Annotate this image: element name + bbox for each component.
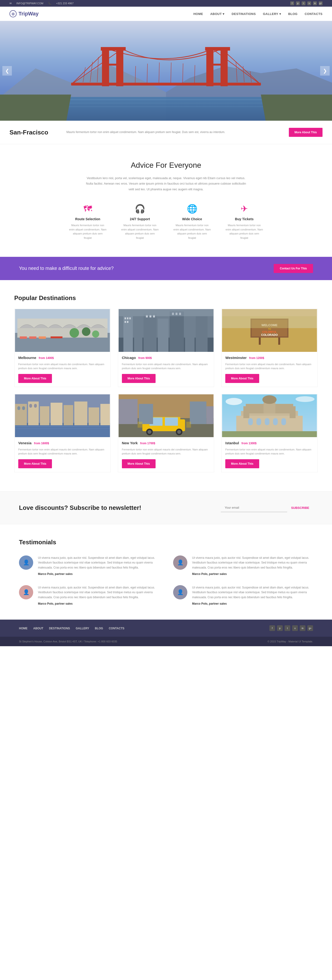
- feature-choice-desc: Mauris fermentum tortor non enim aliquet…: [173, 223, 211, 240]
- footer-linkedin-icon[interactable]: in: [300, 625, 305, 631]
- nav-contacts[interactable]: CONTACTS: [305, 12, 323, 16]
- dest-melbourne-price: from 1400$: [39, 356, 54, 360]
- testimonial-text-4: Ut viverra maura justo, quis auctor nisl…: [192, 585, 313, 600]
- hero-more-button[interactable]: More About This: [289, 128, 323, 137]
- top-email: INFO@TRIPWAY.COM: [16, 2, 43, 5]
- svg-rect-40: [39, 336, 46, 339]
- nav-about[interactable]: ABOUT ▾: [210, 12, 224, 16]
- testimonial-author-1: Marco Polo, partner sales: [38, 572, 159, 576]
- advice-section: Advice For Everyone Vestibulum lero nisl…: [0, 144, 332, 257]
- svg-rect-10: [206, 49, 213, 86]
- dest-istanbul-price: from 1300$: [242, 442, 256, 445]
- svg-rect-54: [125, 317, 126, 319]
- hero-bridge-container: [0, 21, 332, 121]
- phone-icon: 📞: [48, 2, 51, 5]
- dest-istanbul-button[interactable]: More About This: [225, 459, 259, 468]
- svg-rect-120: [290, 406, 296, 418]
- svg-rect-78: [222, 309, 317, 316]
- nav-links: HOME ABOUT ▾ DESTINATIONS GALLERY ▾ BLOG…: [193, 12, 323, 16]
- footer-vimeo-icon[interactable]: v: [292, 625, 298, 631]
- footer-gplus-icon[interactable]: g+: [307, 625, 313, 631]
- feature-route-desc: Mauris fermentum tortor non enim aliquet…: [69, 223, 107, 240]
- svg-point-104: [147, 430, 151, 434]
- dest-chicago-desc: Fermentum tortor non enim aliquet mauris…: [122, 362, 210, 371]
- hero-prev-button[interactable]: ❮: [2, 66, 12, 76]
- pinterest-icon[interactable]: p: [296, 2, 300, 5]
- dest-westminster-desc: Fermentum tortor non enim aliquet mauris…: [225, 362, 314, 371]
- svg-rect-7: [71, 83, 261, 86]
- hero-next-button[interactable]: ❯: [320, 66, 330, 76]
- footer-nav-destinations[interactable]: DESTINATIONS: [49, 627, 70, 630]
- svg-rect-110: [206, 406, 213, 424]
- svg-rect-39: [29, 336, 36, 339]
- footer-bottom: St Stephen's House, Colston Ave, Bristol…: [0, 637, 332, 646]
- dest-venesia-price: from 1600$: [34, 442, 49, 445]
- newsletter-subscribe-button[interactable]: Subscribe: [287, 504, 313, 512]
- choice-icon: 🌐: [173, 204, 211, 214]
- testimonial-author-4: Marco Polo, partner sales: [192, 602, 313, 605]
- feature-route-title: Route Selection: [69, 217, 107, 221]
- svg-point-118: [262, 395, 277, 404]
- linkedin-icon[interactable]: in: [313, 2, 317, 5]
- svg-rect-90: [22, 406, 25, 410]
- svg-rect-11: [221, 49, 228, 86]
- newsletter-email-input[interactable]: [221, 503, 287, 512]
- facebook-icon[interactable]: f: [290, 2, 294, 5]
- dest-card-melbourne: Melbourne from 1400$ Fermentum tortor no…: [14, 309, 111, 387]
- testimonial-content-2: Ut viverra maura justo, quis auctor nisl…: [192, 555, 313, 576]
- cta-contact-button[interactable]: Contact Us For This: [274, 264, 313, 273]
- feature-support-title: 24/7 Support: [121, 217, 159, 221]
- svg-rect-52: [185, 321, 194, 352]
- svg-rect-93: [15, 425, 110, 437]
- dest-melbourne-button[interactable]: More About This: [18, 374, 52, 383]
- footer-nav-about[interactable]: ABOUT: [33, 627, 43, 630]
- twitter-icon[interactable]: t: [302, 2, 305, 5]
- testimonial-text-2: Ut viverra maura justo, quis auctor nisl…: [192, 555, 313, 570]
- testimonial-author-2: Marco Polo, partner sales: [192, 572, 313, 576]
- svg-rect-50: [158, 318, 168, 352]
- testimonial-content-3: Ut viverra maura justo, quis auctor nisl…: [38, 585, 159, 605]
- top-phone: +321 233 4967: [56, 2, 74, 5]
- testimonial-avatar-4: 👤: [173, 585, 187, 600]
- footer-nav-contacts[interactable]: CONTACTS: [109, 627, 125, 630]
- testimonial-content-4: Ut viverra maura justo, quis auctor nisl…: [192, 585, 313, 605]
- cta-banner: You need to make a difficult route for a…: [0, 257, 332, 280]
- svg-rect-58: [127, 321, 128, 323]
- testimonial-avatar-1: 👤: [19, 555, 33, 570]
- nav-destinations[interactable]: DESTINATIONS: [232, 12, 256, 16]
- dest-venesia-button[interactable]: More About This: [18, 459, 52, 468]
- dest-westminster-button[interactable]: More About This: [225, 374, 259, 383]
- dest-newyork-button[interactable]: More About This: [122, 459, 156, 468]
- svg-rect-108: [139, 404, 153, 424]
- footer-nav-home[interactable]: HOME: [19, 627, 27, 630]
- testimonial-text-3: Ut viverra maura justo, quis auctor nisl…: [38, 585, 159, 600]
- newsletter-title: Love discounts? Subscribe to newsletter!: [19, 504, 141, 512]
- gplus-icon[interactable]: g+: [319, 2, 323, 5]
- svg-rect-89: [17, 406, 20, 410]
- nav-gallery[interactable]: GALLERY ▾: [263, 12, 281, 16]
- svg-rect-92: [34, 404, 37, 408]
- dest-card-westminster: WELCOME TO COLORFUL COLORADO Westminster…: [221, 309, 318, 387]
- svg-rect-15: [206, 64, 228, 65]
- dest-chicago-button[interactable]: More About This: [122, 374, 156, 383]
- svg-rect-55: [127, 317, 128, 319]
- footer-nav-links: HOME ABOUT DESTINATIONS GALLERY BLOG CON…: [19, 626, 124, 630]
- svg-rect-95: [15, 428, 110, 429]
- footer-nav-gallery[interactable]: GALLERY: [76, 627, 89, 630]
- svg-rect-75: [259, 337, 261, 345]
- svg-point-44: [92, 331, 99, 337]
- dest-card-chicago: Chicago from 900$ Fermentum tortor non e…: [118, 309, 214, 387]
- footer-pinterest-icon[interactable]: p: [277, 625, 283, 631]
- tickets-icon: ✈: [225, 204, 263, 214]
- nav-blog[interactable]: BLOG: [288, 12, 297, 16]
- footer-facebook-icon[interactable]: f: [269, 625, 275, 631]
- dest-newyork-desc: Fermentum tortor non enim aliquet mauris…: [122, 448, 210, 456]
- vimeo-icon[interactable]: v: [307, 2, 311, 5]
- svg-rect-121: [248, 418, 253, 425]
- nav-home[interactable]: HOME: [193, 12, 203, 16]
- footer-twitter-icon[interactable]: t: [285, 625, 290, 631]
- testimonial-item-3: 👤 Ut viverra maura justo, quis auctor ni…: [19, 585, 159, 605]
- svg-rect-65: [119, 309, 213, 316]
- dest-newyork-price: from 1700$: [140, 442, 155, 445]
- footer-nav-blog[interactable]: BLOG: [95, 627, 103, 630]
